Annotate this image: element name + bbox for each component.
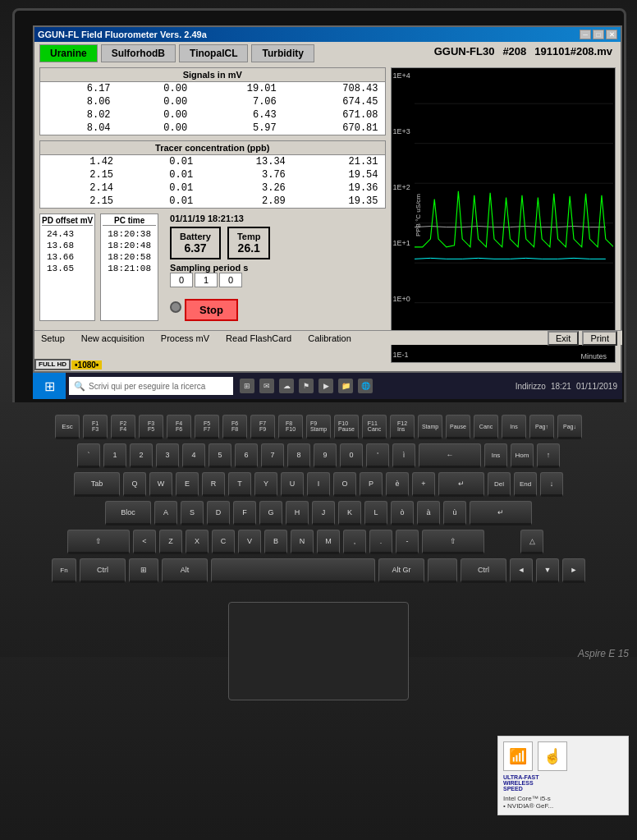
start-button[interactable]: ⊞: [33, 373, 66, 399]
key-del[interactable]: Del: [488, 472, 511, 497]
key-f11[interactable]: F11Canc: [362, 415, 387, 439]
key-f12[interactable]: F12Ins: [390, 415, 415, 439]
key-pgdn[interactable]: ↓: [540, 472, 563, 497]
tab-uranine[interactable]: Uranine: [39, 44, 98, 62]
key-u[interactable]: U: [281, 472, 304, 497]
key-e[interactable]: E: [176, 472, 199, 497]
menu-read-flashcard[interactable]: Read FlashCard: [226, 333, 291, 343]
key-backspace[interactable]: ←: [419, 443, 481, 468]
key-pagup[interactable]: Pag↑: [529, 415, 554, 439]
key-fn[interactable]: Fn: [52, 558, 76, 583]
key-r[interactable]: R: [202, 472, 225, 497]
key-c[interactable]: C: [212, 530, 235, 554]
close-button[interactable]: ✕: [606, 30, 617, 39]
tab-sulforhodB[interactable]: SulforhodB: [101, 44, 176, 62]
key-f10[interactable]: F10Pause: [334, 415, 359, 439]
key-8[interactable]: 8: [287, 443, 310, 468]
key-f2[interactable]: F2F4: [111, 415, 135, 439]
key-f[interactable]: F: [233, 501, 256, 526]
key-ralt[interactable]: Alt Gr: [378, 558, 424, 583]
taskbar-icon-5[interactable]: ▶: [318, 379, 333, 393]
minimize-button[interactable]: ─: [580, 30, 591, 39]
menu-process-mv[interactable]: Process mV: [161, 333, 209, 343]
taskbar-icon-6[interactable]: 📁: [338, 379, 353, 393]
key-f5[interactable]: F5F7: [195, 415, 219, 439]
key-backtick[interactable]: `: [77, 443, 100, 468]
key-home[interactable]: Hom: [511, 443, 534, 468]
key-stamp[interactable]: Stamp: [418, 415, 442, 439]
tab-turbidity[interactable]: Turbidity: [251, 44, 314, 62]
key-end[interactable]: End: [514, 472, 537, 497]
key-0[interactable]: 0: [340, 443, 363, 468]
touchpad[interactable]: [228, 602, 409, 700]
menu-calibration[interactable]: Calibration: [308, 333, 351, 343]
key-s[interactable]: S: [181, 501, 204, 526]
key-p[interactable]: P: [360, 472, 383, 497]
key-y[interactable]: Y: [254, 472, 277, 497]
maximize-button[interactable]: □: [593, 30, 604, 39]
key-f8[interactable]: F8F10: [278, 415, 303, 439]
key-enter[interactable]: ↵: [470, 501, 532, 526]
key-a[interactable]: A: [154, 501, 177, 526]
key-ins-nav[interactable]: Ins: [484, 443, 507, 468]
key-pause[interactable]: Pause: [446, 415, 470, 439]
key-dash[interactable]: ': [366, 443, 389, 468]
taskbar-search[interactable]: 🔍 Scrivi qui per eseguire la ricerca: [69, 377, 233, 395]
menu-setup[interactable]: Setup: [41, 333, 65, 343]
key-semicolon[interactable]: ò: [391, 501, 414, 526]
key-space[interactable]: [211, 558, 375, 583]
key-h[interactable]: H: [286, 501, 309, 526]
key-pagdn[interactable]: Pag↓: [557, 415, 582, 439]
key-g[interactable]: G: [259, 501, 282, 526]
key-i[interactable]: I: [307, 472, 330, 497]
sampling-spin-1[interactable]: 0: [170, 273, 193, 287]
key-m[interactable]: M: [317, 530, 340, 554]
key-lshift[interactable]: ⇧: [67, 530, 130, 554]
key-b[interactable]: B: [264, 530, 287, 554]
key-f1[interactable]: F1F3: [83, 415, 108, 439]
key-n[interactable]: N: [291, 530, 314, 554]
key-lctrl[interactable]: Ctrl: [80, 558, 126, 583]
key-less[interactable]: <: [133, 530, 156, 554]
key-q[interactable]: Q: [123, 472, 146, 497]
key-lbracket[interactable]: è: [386, 472, 409, 497]
key-tilde[interactable]: ù: [443, 501, 466, 526]
taskbar-icon-3[interactable]: ☁: [279, 379, 294, 393]
key-9[interactable]: 9: [314, 443, 337, 468]
key-7[interactable]: 7: [261, 443, 284, 468]
key-1[interactable]: 1: [103, 443, 126, 468]
key-up[interactable]: △: [520, 530, 543, 554]
taskbar-icon-4[interactable]: ⚑: [299, 379, 314, 393]
key-x[interactable]: X: [186, 530, 209, 554]
key-f6[interactable]: F6F8: [222, 415, 247, 439]
key-4[interactable]: 4: [182, 443, 205, 468]
key-z[interactable]: Z: [159, 530, 182, 554]
print-button[interactable]: Print: [582, 331, 617, 346]
menu-new-acquisition[interactable]: New acquisition: [81, 333, 144, 343]
key-rctrl[interactable]: Ctrl: [461, 558, 506, 583]
tab-tinopalCL[interactable]: TinopalCL: [179, 44, 248, 62]
key-canc[interactable]: Canc: [474, 415, 498, 439]
key-5[interactable]: 5: [209, 443, 231, 468]
key-comma[interactable]: ,: [343, 530, 366, 554]
sampling-spin-2[interactable]: 1: [195, 273, 218, 287]
key-down[interactable]: ▼: [536, 558, 559, 583]
key-equal[interactable]: ì: [392, 443, 415, 468]
key-lwin[interactable]: ⊞: [129, 558, 158, 583]
key-f9[interactable]: F9Stamp: [306, 415, 331, 439]
key-f3[interactable]: F3F5: [139, 415, 163, 439]
key-v[interactable]: V: [238, 530, 261, 554]
key-d[interactable]: D: [207, 501, 230, 526]
key-w[interactable]: W: [149, 472, 172, 497]
key-slash[interactable]: -: [396, 530, 419, 554]
key-rshift[interactable]: ⇧: [422, 530, 484, 554]
key-k[interactable]: K: [338, 501, 361, 526]
key-rbracket[interactable]: +: [412, 472, 435, 497]
key-lalt[interactable]: Alt: [162, 558, 208, 583]
key-f7[interactable]: F7F9: [250, 415, 275, 439]
key-6[interactable]: 6: [235, 443, 258, 468]
key-quote[interactable]: à: [417, 501, 440, 526]
key-j[interactable]: J: [312, 501, 335, 526]
key-t[interactable]: T: [228, 472, 251, 497]
taskbar-icon-2[interactable]: ✉: [259, 379, 274, 393]
